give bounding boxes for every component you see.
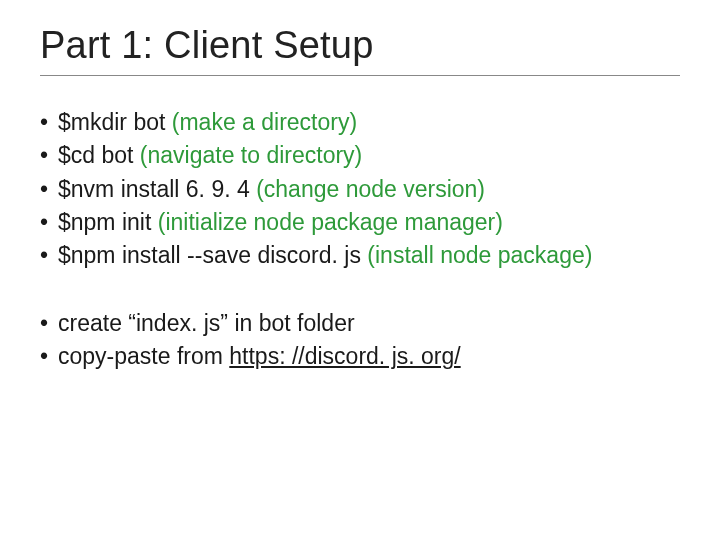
command-list: $mkdir bot (make a directory) $cd bot (n… <box>40 106 680 273</box>
list-item: create “index. js” in bot folder <box>40 307 680 340</box>
list-item: $nvm install 6. 9. 4 (change node versio… <box>40 173 680 206</box>
command-text: $cd bot <box>58 142 140 168</box>
command-text: $nvm install 6. 9. 4 <box>58 176 256 202</box>
list-item: copy-paste from https: //discord. js. or… <box>40 340 680 373</box>
command-comment: (install node package) <box>367 242 592 268</box>
slide-title: Part 1: Client Setup <box>40 24 680 67</box>
instruction-text: copy-paste from <box>58 343 229 369</box>
spacer <box>40 273 680 307</box>
command-text: $npm init <box>58 209 158 235</box>
list-item: $npm init (initialize node package manag… <box>40 206 680 239</box>
command-text: $mkdir bot <box>58 109 172 135</box>
command-text: $npm install --save discord. js <box>58 242 367 268</box>
instruction-list: create “index. js” in bot folder copy-pa… <box>40 307 680 374</box>
command-comment: (change node version) <box>256 176 485 202</box>
link-text[interactable]: https: //discord. js. org/ <box>229 343 460 369</box>
command-comment: (make a directory) <box>172 109 357 135</box>
command-comment: (navigate to directory) <box>140 142 362 168</box>
title-rule <box>40 75 680 76</box>
slide: Part 1: Client Setup $mkdir bot (make a … <box>0 0 720 540</box>
instruction-text: create “index. js” in bot folder <box>58 310 355 336</box>
command-comment: (initialize node package manager) <box>158 209 503 235</box>
list-item: $npm install --save discord. js (install… <box>40 239 680 272</box>
list-item: $cd bot (navigate to directory) <box>40 139 680 172</box>
list-item: $mkdir bot (make a directory) <box>40 106 680 139</box>
